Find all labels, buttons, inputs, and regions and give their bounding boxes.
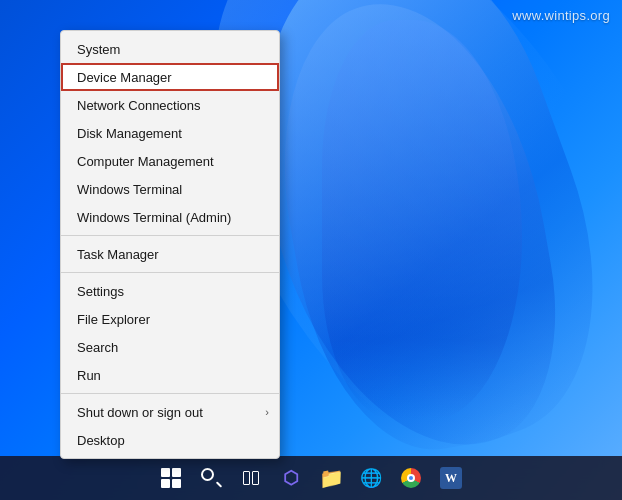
menu-item-label-device-manager: Device Manager xyxy=(77,70,172,85)
menu-item-shut-down[interactable]: Shut down or sign out› xyxy=(61,398,279,426)
start-button[interactable] xyxy=(153,460,189,496)
menu-item-label-search: Search xyxy=(77,340,118,355)
menu-item-label-desktop: Desktop xyxy=(77,433,125,448)
menu-item-windows-terminal[interactable]: Windows Terminal xyxy=(61,175,279,203)
menu-item-label-network-connections: Network Connections xyxy=(77,98,201,113)
context-menu: SystemDevice ManagerNetwork ConnectionsD… xyxy=(60,30,280,459)
menu-item-device-manager[interactable]: Device Manager xyxy=(61,63,279,91)
search-taskbar-icon xyxy=(201,468,221,488)
menu-item-network-connections[interactable]: Network Connections xyxy=(61,91,279,119)
menu-item-label-run: Run xyxy=(77,368,101,383)
menu-item-label-shut-down: Shut down or sign out xyxy=(77,405,203,420)
menu-item-label-system: System xyxy=(77,42,120,57)
edge-icon: 🌐 xyxy=(360,467,382,489)
menu-item-system[interactable]: System xyxy=(61,35,279,63)
file-explorer-button[interactable]: 📁 xyxy=(313,460,349,496)
teams-button[interactable]: ⬡ xyxy=(273,460,309,496)
start-icon xyxy=(161,468,181,488)
teams-icon: ⬡ xyxy=(283,467,299,489)
menu-item-computer-management[interactable]: Computer Management xyxy=(61,147,279,175)
menu-item-file-explorer[interactable]: File Explorer xyxy=(61,305,279,333)
taskview-icon xyxy=(243,471,259,485)
menu-item-label-computer-management: Computer Management xyxy=(77,154,214,169)
folder-icon: 📁 xyxy=(319,466,344,490)
word-button[interactable]: W xyxy=(433,460,469,496)
taskbar: ⬡ 📁 🌐 W xyxy=(0,456,622,500)
chrome-icon xyxy=(401,468,421,488)
chrome-button[interactable] xyxy=(393,460,429,496)
menu-item-label-disk-management: Disk Management xyxy=(77,126,182,141)
menu-item-label-windows-terminal: Windows Terminal xyxy=(77,182,182,197)
word-icon: W xyxy=(440,467,462,489)
menu-item-disk-management[interactable]: Disk Management xyxy=(61,119,279,147)
menu-item-label-task-manager: Task Manager xyxy=(77,247,159,262)
edge-button[interactable]: 🌐 xyxy=(353,460,389,496)
menu-separator xyxy=(61,272,279,273)
menu-item-label-settings: Settings xyxy=(77,284,124,299)
watermark: www.wintips.org xyxy=(512,8,610,23)
menu-item-task-manager[interactable]: Task Manager xyxy=(61,240,279,268)
taskview-button[interactable] xyxy=(233,460,269,496)
menu-item-search[interactable]: Search xyxy=(61,333,279,361)
menu-item-label-file-explorer: File Explorer xyxy=(77,312,150,327)
menu-separator xyxy=(61,393,279,394)
menu-item-settings[interactable]: Settings xyxy=(61,277,279,305)
menu-item-label-windows-terminal-admin: Windows Terminal (Admin) xyxy=(77,210,231,225)
menu-item-desktop[interactable]: Desktop xyxy=(61,426,279,454)
menu-separator xyxy=(61,235,279,236)
search-taskbar-button[interactable] xyxy=(193,460,229,496)
menu-item-windows-terminal-admin[interactable]: Windows Terminal (Admin) xyxy=(61,203,279,231)
submenu-arrow-shut-down: › xyxy=(265,406,269,418)
menu-item-run[interactable]: Run xyxy=(61,361,279,389)
